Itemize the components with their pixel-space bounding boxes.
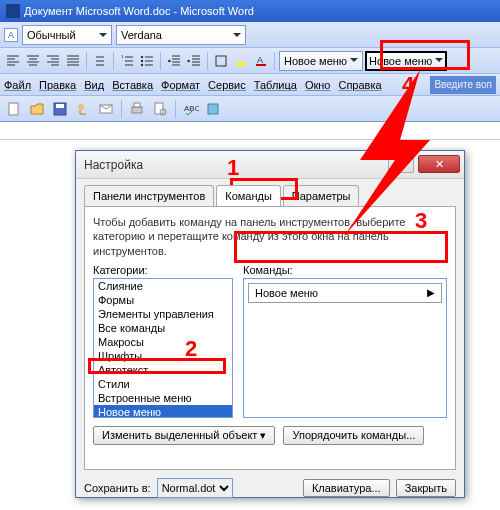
open-icon[interactable]: [27, 99, 47, 119]
new-menu-button-1[interactable]: Новое меню: [279, 51, 363, 71]
menu-edit[interactable]: Правка: [39, 79, 76, 91]
rearrange-commands-button[interactable]: Упорядочить команды...: [283, 426, 424, 445]
menu-table[interactable]: Таблица: [254, 79, 297, 91]
font-color-icon[interactable]: A: [252, 52, 270, 70]
help-search-box[interactable]: Введите воп: [430, 76, 496, 94]
titlebar: Документ Microsoft Word.doc - Microsoft …: [0, 0, 500, 22]
numbered-list-icon[interactable]: 1: [118, 52, 136, 70]
category-item[interactable]: Слияние: [94, 279, 232, 293]
menu-format[interactable]: Формат: [161, 79, 200, 91]
save-icon[interactable]: [50, 99, 70, 119]
tab-toolbars[interactable]: Панели инструментов: [84, 185, 214, 206]
justify-icon[interactable]: [64, 52, 82, 70]
menu-help[interactable]: Справка: [338, 79, 381, 91]
ruler: [0, 122, 500, 140]
svg-point-3: [141, 63, 143, 65]
modify-selection-button[interactable]: Изменить выделенный объект ▾: [93, 426, 275, 445]
menu-window[interactable]: Окно: [305, 79, 331, 91]
svg-rect-8: [9, 103, 18, 115]
dialog-titlebar: Настройка ? ✕: [76, 151, 464, 179]
font-dropdown[interactable]: Verdana: [116, 25, 246, 45]
decrease-indent-icon[interactable]: [165, 52, 183, 70]
bullet-list-icon[interactable]: [138, 52, 156, 70]
word-main-window: Документ Microsoft Word.doc - Microsoft …: [0, 0, 500, 140]
category-item[interactable]: Новое меню: [94, 405, 232, 418]
dialog-tabs: Панели инструментов Команды Параметры: [84, 185, 456, 206]
menu-tools[interactable]: Сервис: [208, 79, 246, 91]
align-right-icon[interactable]: [44, 52, 62, 70]
word-icon: [6, 4, 20, 18]
permission-icon[interactable]: [73, 99, 93, 119]
standard-toolbar: ABC: [0, 96, 500, 122]
close-button[interactable]: Закрыть: [396, 479, 456, 497]
window-title: Документ Microsoft Word.doc - Microsoft …: [24, 5, 254, 17]
svg-rect-15: [155, 103, 163, 114]
svg-text:A: A: [257, 55, 263, 65]
annotation-number-4: 4: [402, 72, 414, 98]
svg-rect-4: [216, 56, 226, 66]
increase-indent-icon[interactable]: [185, 52, 203, 70]
category-item[interactable]: Все команды: [94, 321, 232, 335]
research-icon[interactable]: [204, 99, 224, 119]
formatting-toolbar-row1: A Обычный Verdana: [0, 22, 500, 48]
annotation-number-3: 3: [415, 208, 427, 234]
save-in-label: Сохранить в:: [84, 482, 151, 494]
svg-rect-18: [208, 104, 218, 114]
tab-options[interactable]: Параметры: [283, 185, 360, 206]
annotation-number-2: 2: [185, 336, 197, 362]
save-in-dropdown[interactable]: Normal.dot: [157, 478, 233, 498]
category-item[interactable]: Шрифты: [94, 349, 232, 363]
svg-rect-14: [134, 103, 140, 107]
category-item[interactable]: Элементы управления: [94, 307, 232, 321]
categories-label: Категории:: [93, 264, 233, 276]
print-preview-icon[interactable]: [150, 99, 170, 119]
line-spacing-icon[interactable]: [91, 52, 109, 70]
instructions-text: Чтобы добавить команду на панель инструм…: [93, 215, 447, 258]
dialog-footer: Сохранить в: Normal.dot Клавиатура... За…: [84, 478, 456, 498]
annotation-number-1: 1: [227, 155, 239, 181]
svg-text:1: 1: [121, 54, 124, 59]
svg-point-1: [141, 55, 143, 57]
svg-rect-5: [236, 62, 246, 66]
chevron-right-icon: ▶: [427, 287, 435, 298]
align-center-icon[interactable]: [24, 52, 42, 70]
commands-label: Команды:: [243, 264, 447, 276]
svg-point-2: [141, 59, 143, 61]
svg-point-11: [78, 104, 84, 110]
borders-icon[interactable]: [212, 52, 230, 70]
dialog-title: Настройка: [84, 158, 143, 172]
spelling-icon[interactable]: ABC: [181, 99, 201, 119]
svg-rect-13: [132, 107, 142, 113]
commands-listbox[interactable]: Новое меню▶: [243, 278, 447, 418]
menu-insert[interactable]: Вставка: [112, 79, 153, 91]
menu-file[interactable]: Файл: [4, 79, 31, 91]
email-icon[interactable]: [96, 99, 116, 119]
command-item-new-menu[interactable]: Новое меню▶: [248, 283, 442, 303]
categories-listbox[interactable]: СлияниеФормыЭлементы управленияВсе коман…: [93, 278, 233, 418]
tab-commands[interactable]: Команды: [216, 185, 281, 206]
dialog-close-button[interactable]: ✕: [418, 155, 460, 173]
svg-rect-7: [256, 64, 266, 66]
category-item[interactable]: Автотекст: [94, 363, 232, 377]
align-left-icon[interactable]: [4, 52, 22, 70]
category-item[interactable]: Макросы: [94, 335, 232, 349]
style-dropdown[interactable]: Обычный: [22, 25, 112, 45]
keyboard-button[interactable]: Клавиатура...: [303, 479, 390, 497]
new-menu-button-2[interactable]: Новое меню: [365, 51, 447, 71]
dialog-help-button[interactable]: ?: [388, 155, 414, 173]
menu-view[interactable]: Вид: [84, 79, 104, 91]
category-item[interactable]: Встроенные меню: [94, 391, 232, 405]
new-doc-icon[interactable]: [4, 99, 24, 119]
tab-panel-commands: Чтобы добавить команду на панель инструм…: [84, 206, 456, 470]
style-pane-icon[interactable]: A: [4, 28, 18, 42]
menu-bar: Файл Правка Вид Вставка Формат Сервис Та…: [0, 74, 500, 96]
formatting-toolbar-row2: 1 A Новое меню Новое меню: [0, 48, 500, 74]
category-item[interactable]: Стили: [94, 377, 232, 391]
customize-dialog: Настройка ? ✕ Панели инструментов Команд…: [75, 150, 465, 498]
highlight-icon[interactable]: [232, 52, 250, 70]
print-icon[interactable]: [127, 99, 147, 119]
svg-rect-10: [56, 104, 64, 108]
category-item[interactable]: Формы: [94, 293, 232, 307]
